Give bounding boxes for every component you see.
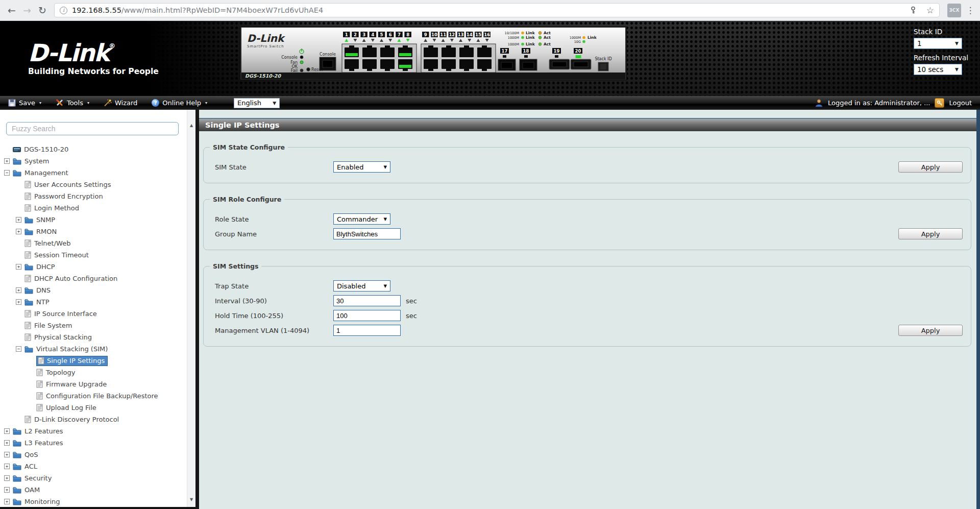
sidebar-item-ntp[interactable]: +NTP bbox=[0, 296, 195, 308]
role-state-select[interactable]: Commander▼ bbox=[333, 213, 390, 225]
stack-id-label: Stack ID bbox=[914, 28, 968, 36]
fuzzy-search-input[interactable] bbox=[6, 122, 179, 135]
save-menu[interactable]: Save ▾ bbox=[8, 99, 41, 107]
sidebar-item-session-timeout[interactable]: Session Timeout bbox=[0, 249, 195, 261]
expand-icon[interactable]: + bbox=[16, 299, 21, 305]
sidebar-item-login-method[interactable]: Login Method bbox=[0, 202, 195, 214]
expand-icon[interactable]: + bbox=[4, 499, 10, 504]
sidebar-item-dns[interactable]: +DNS bbox=[0, 284, 195, 296]
sidebar-item-telnet-web[interactable]: Telnet/Web bbox=[0, 237, 195, 249]
sidebar-item-label: NTP bbox=[36, 298, 50, 306]
sidebar-item-acl[interactable]: +ACL bbox=[0, 460, 195, 472]
trap-state-select[interactable]: Disabled▼ bbox=[333, 280, 390, 292]
sidebar-item-firmware-upgrade[interactable]: Firmware Upgrade bbox=[0, 378, 195, 390]
scroll-down-icon[interactable]: ▼ bbox=[187, 497, 195, 502]
sidebar-item-dhcp-auto-configuration[interactable]: DHCP Auto Configuration bbox=[0, 273, 195, 284]
password-key-icon[interactable] bbox=[911, 6, 919, 14]
form-row: Hold Time (100-255)sec bbox=[204, 309, 971, 322]
sidebar-item-label: QoS bbox=[24, 451, 38, 458]
apply-button[interactable]: Apply bbox=[898, 228, 963, 239]
wizard-label: Wizard bbox=[115, 99, 137, 107]
sidebar-item-configuration-file-backup-restore[interactable]: Configuration File Backup/Restore bbox=[0, 390, 195, 402]
sidebar-item-label: DHCP Auto Configuration bbox=[34, 275, 117, 282]
collapse-icon[interactable]: − bbox=[16, 346, 21, 352]
menu-bar: Save ▾ Tools ▾ Wizard ? Online Help ▾ En… bbox=[0, 96, 980, 110]
sidebar-item-monitoring[interactable]: +Monitoring bbox=[0, 496, 195, 507]
browser-menu-icon[interactable]: ⋮ bbox=[965, 5, 976, 15]
sidebar-item-upload-log-file[interactable]: Upload Log File bbox=[0, 402, 195, 414]
section-sim-state-configure: SIM State ConfigureSIM StateEnabled▼Appl… bbox=[203, 143, 971, 183]
sidebar-item-dgs-1510-20[interactable]: DGS-1510-20 bbox=[0, 143, 195, 155]
apply-button[interactable]: Apply bbox=[898, 161, 963, 173]
svg-text:11: 11 bbox=[440, 32, 446, 37]
sidebar-item-ip-source-interface[interactable]: IP Source Interface bbox=[0, 308, 195, 320]
hold-time-100-255-input[interactable] bbox=[333, 310, 401, 321]
tools-menu[interactable]: Tools ▾ bbox=[56, 99, 89, 107]
sidebar-item-system[interactable]: +System bbox=[0, 155, 195, 167]
refresh-interval-value: 10 secs bbox=[917, 65, 943, 74]
expand-icon[interactable]: + bbox=[16, 287, 21, 293]
logout-button[interactable]: Logout bbox=[949, 99, 972, 107]
sidebar-item-oam[interactable]: +OAM bbox=[0, 484, 195, 496]
expand-icon[interactable]: + bbox=[4, 475, 10, 481]
sidebar-item-snmp[interactable]: +SNMP bbox=[0, 214, 195, 226]
selected-highlight: Single IP Settings bbox=[36, 356, 108, 366]
interval-30-90-input[interactable] bbox=[333, 295, 401, 306]
section-sim-settings: SIM SettingsTrap StateDisabled▼Interval … bbox=[203, 262, 971, 347]
collapse-icon[interactable]: − bbox=[4, 170, 10, 176]
refresh-interval-select[interactable]: 10 secs ▼ bbox=[914, 64, 962, 75]
folder-icon bbox=[13, 158, 21, 165]
sim-state-select[interactable]: Enabled▼ bbox=[333, 161, 390, 173]
sidebar-item-security[interactable]: +Security bbox=[0, 472, 195, 484]
sidebar-item-virtual-stacking-sim[interactable]: −Virtual Stacking (SIM) bbox=[0, 343, 195, 355]
reload-icon[interactable]: ↻ bbox=[35, 5, 50, 16]
stack-id-value: 1 bbox=[917, 39, 922, 47]
forward-icon[interactable]: → bbox=[19, 5, 35, 16]
page-info-icon[interactable]: i bbox=[60, 7, 67, 14]
stack-id-select[interactable]: 1 ▼ bbox=[914, 38, 962, 49]
expand-icon[interactable]: + bbox=[16, 264, 21, 270]
apply-button[interactable]: Apply bbox=[898, 325, 963, 336]
expand-icon[interactable]: + bbox=[4, 440, 10, 446]
group-name-input[interactable] bbox=[333, 228, 401, 239]
expand-icon[interactable]: + bbox=[4, 158, 10, 164]
sidebar-item-password-encryption[interactable]: Password Encryption bbox=[0, 190, 195, 202]
svg-text:10/100M: 10/100M bbox=[505, 31, 519, 35]
sidebar-item-qos[interactable]: +QoS bbox=[0, 449, 195, 460]
sidebar-item-single-ip-settings[interactable]: Single IP Settings bbox=[0, 355, 195, 367]
expand-icon[interactable]: + bbox=[4, 428, 10, 434]
expand-icon[interactable]: + bbox=[4, 464, 10, 469]
online-help-menu[interactable]: ? Online Help ▾ bbox=[152, 99, 207, 107]
extension-3cx-icon[interactable]: 3CX bbox=[947, 4, 961, 17]
form-row: Management VLAN (1-4094)Apply bbox=[204, 324, 971, 336]
svg-text:20: 20 bbox=[575, 49, 581, 54]
scroll-up-icon[interactable]: ▲ bbox=[187, 123, 195, 128]
logged-in-text[interactable]: Logged in as: Administrator, ... bbox=[828, 99, 930, 107]
language-select[interactable]: English ▼ bbox=[234, 98, 280, 108]
dlink-logo: D-Link® Building Networks for People bbox=[28, 33, 159, 76]
expand-icon[interactable]: + bbox=[16, 229, 21, 234]
address-bar[interactable]: i 192.168.5.55/www/main.html?RpWebID=N7M… bbox=[54, 3, 940, 17]
bookmark-star-icon[interactable]: ☆ bbox=[926, 5, 934, 15]
management-vlan-1-4094-input[interactable] bbox=[333, 325, 401, 336]
expand-icon[interactable]: + bbox=[4, 487, 10, 493]
sidebar-item-user-accounts-settings[interactable]: User Accounts Settings bbox=[0, 179, 195, 190]
floppy-save-icon bbox=[8, 99, 16, 107]
back-icon[interactable]: ← bbox=[4, 5, 19, 16]
expand-icon[interactable]: + bbox=[4, 452, 10, 457]
sidebar-item-l3-features[interactable]: +L3 Features bbox=[0, 437, 195, 449]
sidebar-item-label: Virtual Stacking (SIM) bbox=[36, 345, 108, 353]
sidebar-item-rmon[interactable]: +RMON bbox=[0, 226, 195, 237]
sidebar-item-dhcp[interactable]: +DHCP bbox=[0, 261, 195, 273]
sidebar-item-file-system[interactable]: File System bbox=[0, 320, 195, 331]
expand-icon[interactable]: + bbox=[16, 217, 21, 223]
sidebar-item-d-link-discovery-protocol[interactable]: D-Link Discovery Protocol bbox=[0, 414, 195, 425]
sidebar-item-label: Configuration File Backup/Restore bbox=[46, 392, 158, 400]
sidebar-item-physical-stacking[interactable]: Physical Stacking bbox=[0, 331, 195, 343]
sidebar-item-l2-features[interactable]: +L2 Features bbox=[0, 425, 195, 437]
sidebar-scrollbar[interactable]: ▲ ▼ bbox=[187, 110, 195, 507]
wizard-menu[interactable]: Wizard bbox=[104, 99, 137, 107]
sidebar-item-label: File System bbox=[34, 322, 72, 329]
sidebar-item-management[interactable]: −Management bbox=[0, 167, 195, 179]
sidebar-item-topology[interactable]: Topology bbox=[0, 367, 195, 378]
